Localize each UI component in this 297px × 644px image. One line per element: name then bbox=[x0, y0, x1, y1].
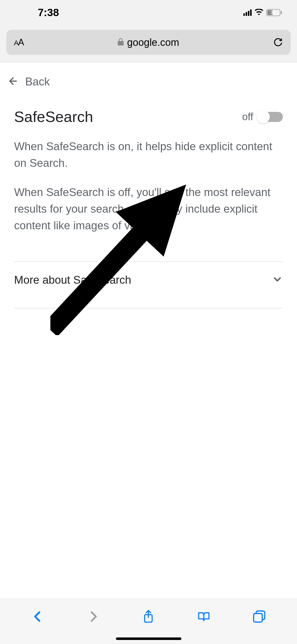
status-bar: 7:38 32 bbox=[0, 0, 297, 25]
battery-icon: 32 bbox=[266, 9, 282, 16]
browser-url-section: AA google.com bbox=[0, 25, 297, 63]
toggle-state-label: off bbox=[242, 111, 253, 122]
status-icons: 32 bbox=[243, 9, 282, 16]
page-title: SafeSearch bbox=[14, 108, 93, 125]
page-content: Back SafeSearch off When SafeSearch is o… bbox=[0, 63, 297, 308]
chevron-down-icon bbox=[272, 274, 283, 286]
cellular-signal-icon bbox=[243, 9, 252, 16]
home-indicator[interactable] bbox=[116, 637, 181, 640]
arrow-left-icon bbox=[8, 76, 19, 88]
battery-percentage: 32 bbox=[271, 10, 276, 15]
back-label: Back bbox=[25, 75, 50, 88]
browser-forward-button[interactable] bbox=[87, 610, 100, 623]
safesearch-toggle-group: off bbox=[242, 111, 283, 122]
safesearch-toggle[interactable] bbox=[258, 112, 283, 122]
divider bbox=[14, 308, 283, 308]
more-label: More about SafeSearch bbox=[14, 274, 131, 286]
url-bar[interactable]: AA google.com bbox=[6, 30, 291, 55]
wifi-icon bbox=[255, 9, 263, 16]
more-about-button[interactable]: More about SafeSearch bbox=[0, 262, 297, 298]
back-button[interactable]: Back bbox=[0, 63, 297, 98]
text-size-button[interactable]: AA bbox=[14, 37, 24, 48]
desc-off: When SafeSearch is off, you'll see the m… bbox=[14, 184, 283, 234]
browser-toolbar bbox=[0, 599, 297, 644]
reload-button[interactable] bbox=[273, 36, 283, 48]
desc-on: When SafeSearch is on, it helps hide exp… bbox=[14, 138, 283, 171]
description-text: When SafeSearch is on, it helps hide exp… bbox=[0, 133, 297, 251]
svg-rect-3 bbox=[254, 614, 262, 622]
status-time: 7:38 bbox=[38, 7, 59, 19]
url-text: google.com bbox=[127, 37, 179, 48]
share-button[interactable] bbox=[142, 610, 155, 623]
tabs-button[interactable] bbox=[253, 610, 266, 623]
browser-back-button[interactable] bbox=[31, 610, 44, 623]
lock-icon bbox=[117, 38, 124, 47]
bookmarks-button[interactable] bbox=[197, 610, 210, 623]
url-display[interactable]: google.com bbox=[24, 37, 273, 48]
toggle-knob bbox=[257, 110, 270, 123]
